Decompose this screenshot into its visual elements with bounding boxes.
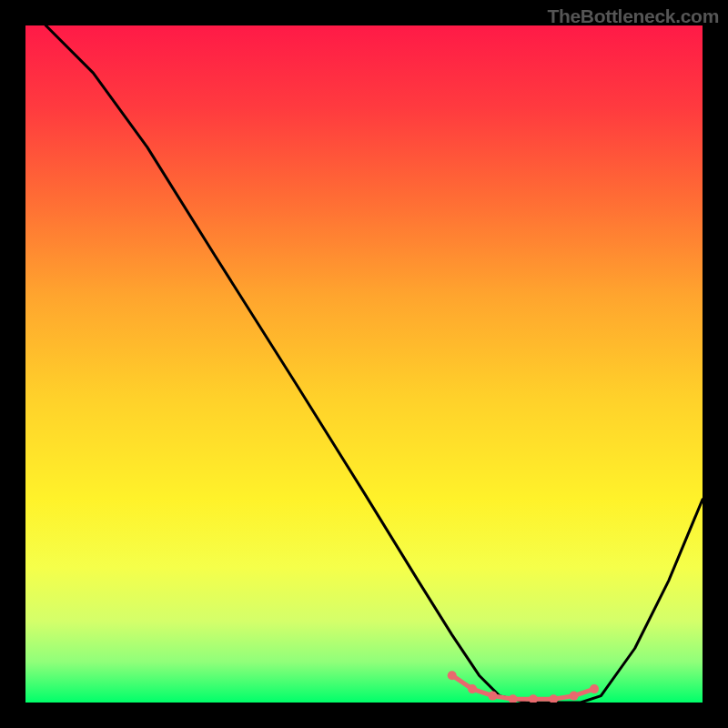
gradient-background [25, 25, 703, 703]
chart-frame: TheBottleneck.com [0, 0, 728, 728]
watermark-text: TheBottleneck.com [547, 5, 719, 27]
